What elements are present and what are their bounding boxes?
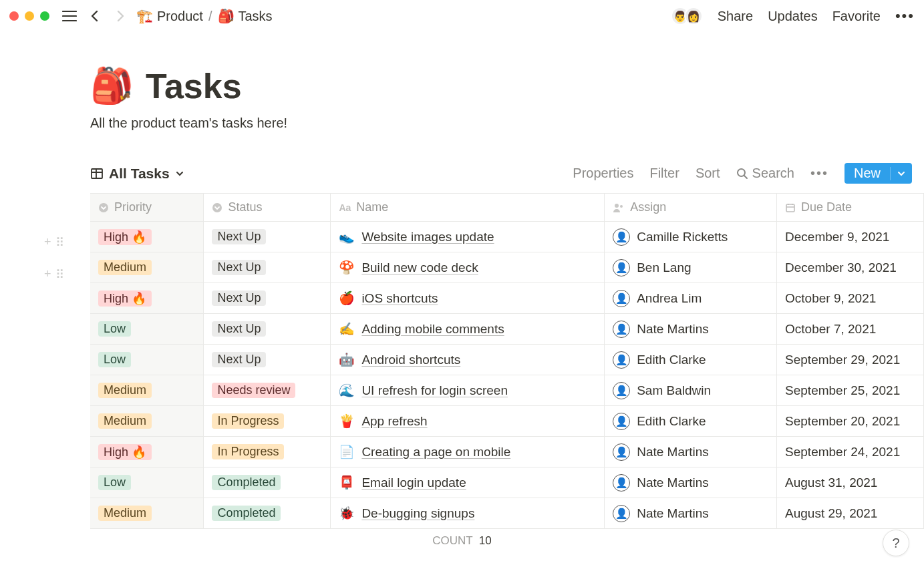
close-window-icon[interactable] [9, 11, 19, 21]
cell-name[interactable]: 🐞De-bugging signups [331, 498, 605, 529]
more-actions-icon[interactable]: ••• [810, 166, 828, 181]
cell-status[interactable]: Next Up [204, 283, 331, 314]
cell-status[interactable]: Next Up [204, 222, 331, 252]
search-action[interactable]: Search [736, 166, 794, 181]
cell-priority[interactable]: High 🔥 [90, 283, 204, 314]
cell-assign[interactable]: 👤Edith Clarke [605, 406, 777, 437]
minimize-window-icon[interactable] [25, 11, 34, 21]
cell-status[interactable]: In Progress [204, 437, 331, 467]
status-tag: Next Up [212, 352, 266, 367]
cell-status[interactable]: Needs review [204, 375, 331, 406]
col-assign[interactable]: Assign [605, 194, 777, 222]
table-row[interactable]: MediumCompleted🐞De-bugging signups👤Nate … [90, 498, 924, 529]
cell-name[interactable]: 📮Email login update [331, 467, 605, 498]
chevron-down-icon[interactable] [890, 167, 912, 180]
priority-tag: High 🔥 [98, 291, 152, 307]
table-row[interactable]: MediumNeeds review🌊UI refresh for login … [90, 375, 924, 406]
view-selector[interactable]: All Tasks [90, 166, 184, 182]
page-description[interactable]: All the product team's tasks here! [90, 116, 924, 131]
filter-action[interactable]: Filter [649, 166, 679, 181]
sort-action[interactable]: Sort [696, 166, 720, 181]
cell-name[interactable]: 🤖Android shortcuts [331, 345, 605, 375]
cell-name[interactable]: 🌊UI refresh for login screen [331, 375, 605, 406]
col-name[interactable]: Aa Name [331, 194, 605, 222]
cell-assign[interactable]: 👤Camille Ricketts [605, 222, 777, 252]
col-due[interactable]: Due Date [777, 194, 924, 222]
more-icon[interactable]: ••• [895, 7, 915, 25]
cell-due[interactable]: December 9, 2021 [777, 222, 924, 252]
cell-priority[interactable]: Low [90, 314, 204, 345]
help-button[interactable]: ? [883, 530, 909, 556]
cell-priority[interactable]: Medium [90, 406, 204, 437]
col-priority[interactable]: Priority [90, 194, 204, 222]
cell-due[interactable]: December 30, 2021 [777, 252, 924, 283]
cell-name[interactable]: 👟Website images update [331, 222, 605, 252]
table-row[interactable]: High 🔥In Progress📄Creating a page on mob… [90, 437, 924, 467]
cell-name[interactable]: 🍟App refresh [331, 406, 605, 437]
drag-handle-icon[interactable]: ⠿ [55, 267, 64, 282]
cell-name[interactable]: 🍎iOS shortcuts [331, 283, 605, 314]
cell-status[interactable]: Next Up [204, 252, 331, 283]
table-row[interactable]: LowNext Up🤖Android shortcuts👤Edith Clark… [90, 345, 924, 375]
col-status[interactable]: Status [204, 194, 331, 222]
cell-assign[interactable]: 👤Nate Martins [605, 467, 777, 498]
cell-assign[interactable]: 👤Sam Baldwin [605, 375, 777, 406]
assignee-name: Ben Lang [637, 260, 691, 275]
cell-assign[interactable]: 👤Nate Martins [605, 314, 777, 345]
cell-priority[interactable]: Medium [90, 375, 204, 406]
cell-due[interactable]: September 29, 2021 [777, 345, 924, 375]
cell-status[interactable]: In Progress [204, 406, 331, 437]
table-row[interactable]: MediumNext Up🍄Build new code deck👤Ben La… [90, 252, 924, 283]
cell-priority[interactable]: Low [90, 467, 204, 498]
page-title[interactable]: Tasks [146, 66, 242, 106]
maximize-window-icon[interactable] [40, 11, 49, 21]
cell-due[interactable]: September 25, 2021 [777, 375, 924, 406]
table-row[interactable]: MediumIn Progress🍟App refresh👤Edith Clar… [90, 406, 924, 437]
breadcrumb-parent[interactable]: 🏗️ Product [136, 8, 203, 24]
cell-due[interactable]: September 24, 2021 [777, 437, 924, 467]
table-row[interactable]: LowCompleted📮Email login update👤Nate Mar… [90, 467, 924, 498]
cell-due[interactable]: October 7, 2021 [777, 314, 924, 345]
cell-status[interactable]: Completed [204, 467, 331, 498]
cell-due[interactable]: August 29, 2021 [777, 498, 924, 529]
table-row[interactable]: High 🔥Next Up👟Website images update👤Cami… [90, 222, 924, 252]
cell-priority[interactable]: High 🔥 [90, 437, 204, 467]
cell-status[interactable]: Next Up [204, 314, 331, 345]
cell-status[interactable]: Next Up [204, 345, 331, 375]
cell-priority[interactable]: Low [90, 345, 204, 375]
properties-action[interactable]: Properties [573, 166, 633, 181]
svg-point-5 [620, 205, 623, 208]
presence-avatars[interactable]: 👨 👩 [671, 7, 703, 25]
cell-due[interactable]: October 9, 2021 [777, 283, 924, 314]
cell-due[interactable]: September 20, 2021 [777, 406, 924, 437]
page-icon[interactable]: 🎒 [90, 65, 134, 106]
cell-status[interactable]: Completed [204, 498, 331, 529]
status-tag: In Progress [212, 413, 284, 429]
hamburger-icon[interactable] [60, 7, 79, 25]
cell-priority[interactable]: Medium [90, 252, 204, 283]
table-row[interactable]: High 🔥Next Up🍎iOS shortcuts👤Andrea LimOc… [90, 283, 924, 314]
cell-priority[interactable]: High 🔥 [90, 222, 204, 252]
updates-link[interactable]: Updates [768, 9, 818, 24]
share-link[interactable]: Share [718, 9, 753, 24]
new-button[interactable]: New [844, 163, 912, 184]
forward-icon[interactable] [111, 7, 130, 25]
back-icon[interactable] [86, 7, 104, 25]
assignee-avatar: 👤 [613, 443, 630, 461]
cell-priority[interactable]: Medium [90, 498, 204, 529]
add-row-icon[interactable]: + [44, 267, 51, 282]
breadcrumb-current[interactable]: 🎒 Tasks [218, 8, 273, 24]
cell-name[interactable]: 🍄Build new code deck [331, 252, 605, 283]
table-row[interactable]: LowNext Up✍️Adding mobile comments👤Nate … [90, 314, 924, 345]
cell-name[interactable]: ✍️Adding mobile comments [331, 314, 605, 345]
cell-assign[interactable]: 👤Nate Martins [605, 437, 777, 467]
cell-assign[interactable]: 👤Nate Martins [605, 498, 777, 529]
cell-assign[interactable]: 👤Edith Clarke [605, 345, 777, 375]
cell-assign[interactable]: 👤Andrea Lim [605, 283, 777, 314]
add-row-icon[interactable]: + [44, 235, 51, 250]
cell-assign[interactable]: 👤Ben Lang [605, 252, 777, 283]
cell-name[interactable]: 📄Creating a page on mobile [331, 437, 605, 467]
favorite-link[interactable]: Favorite [832, 9, 881, 24]
cell-due[interactable]: August 31, 2021 [777, 467, 924, 498]
drag-handle-icon[interactable]: ⠿ [55, 235, 64, 250]
